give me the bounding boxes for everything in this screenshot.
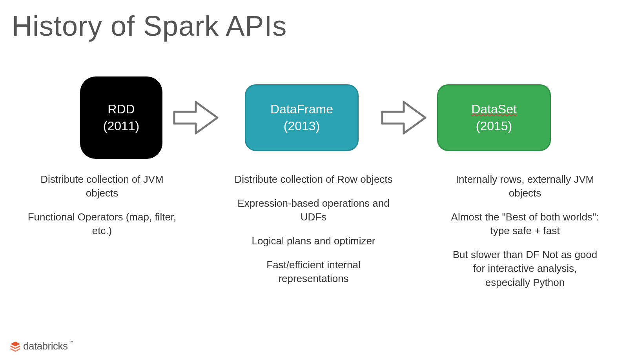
descriptions-row: Distribute collection of JVM objects Fun… (0, 173, 627, 300)
desc-text: Fast/efficient internal representations (231, 258, 396, 286)
desc-text: Almost the "Best of both worlds": type s… (450, 210, 600, 238)
desc-dataframe: Distribute collection of Row objects Exp… (231, 173, 396, 300)
desc-text: Distribute collection of JVM objects (27, 173, 177, 200)
slide-title: History of Spark APIs (12, 10, 287, 42)
desc-text: Expression-based operations and UDFs (231, 197, 396, 224)
arrow-icon (172, 98, 219, 137)
desc-dataset: Internally rows, externally JVM objects … (450, 173, 600, 300)
node-dataframe-name: DataFrame (270, 101, 333, 118)
node-dataframe: DataFrame (2013) (245, 84, 359, 151)
desc-rdd: Distribute collection of JVM objects Fun… (27, 173, 177, 300)
node-rdd: RDD (2011) (80, 76, 162, 159)
desc-text: Distribute collection of Row objects (231, 173, 396, 186)
node-rdd-name: RDD (108, 101, 135, 118)
arrow-icon (380, 98, 427, 137)
timeline-row: RDD (2011) DataFrame (2013) DataSet (201… (0, 76, 627, 159)
desc-text: But slower than DF Not as good for inter… (450, 248, 600, 289)
logo-trademark: ™ (69, 340, 73, 344)
databricks-icon (10, 341, 21, 352)
desc-text: Functional Operators (map, filter, etc.) (27, 210, 177, 238)
desc-text: Logical plans and optimizer (231, 234, 396, 248)
node-dataset: DataSet (2015) (437, 84, 551, 151)
logo-text: databricks (23, 340, 68, 352)
node-dataset-name: DataSet (471, 101, 517, 118)
node-rdd-year: (2011) (103, 118, 140, 135)
node-dataset-year: (2015) (476, 118, 512, 135)
desc-text: Internally rows, externally JVM objects (450, 173, 600, 200)
databricks-logo: databricks ™ (10, 340, 74, 352)
node-dataframe-year: (2013) (284, 118, 320, 135)
